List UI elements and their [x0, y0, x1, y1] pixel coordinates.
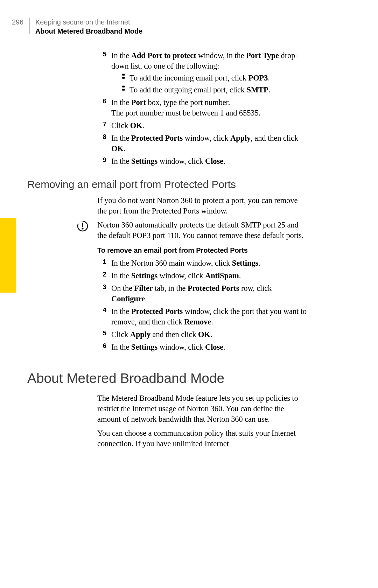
metered-para-1: The Metered Broadband Mode feature lets … — [97, 393, 308, 425]
yellow-page-tab — [0, 218, 16, 293]
step-number: 6 — [97, 342, 111, 352]
square-bullet-icon — [122, 73, 130, 83]
square-bullet-icon — [122, 85, 130, 95]
svg-point-2 — [82, 228, 84, 230]
removing-intro: If you do not want Norton 360 to protect… — [97, 195, 308, 216]
page-header: 296 Keeping secure on the Internet About… — [12, 18, 308, 36]
step-number: 5 — [97, 329, 111, 340]
step-number: 2 — [97, 271, 111, 281]
step-8: In the Protected Ports window, click App… — [111, 133, 308, 154]
remove-step-5: Click Apply and then click OK. — [111, 329, 212, 340]
header-titles: Keeping secure on the Internet About Met… — [35, 18, 142, 36]
step-number: 1 — [97, 258, 111, 268]
step-5: In the Add Port to protect window, in th… — [111, 50, 308, 95]
continue-steps: 5 In the Add Port to protect window, in … — [97, 50, 308, 167]
header-divider — [29, 18, 30, 34]
metered-para-2: You can choose a communication policy th… — [97, 428, 308, 449]
remove-step-4: In the Protected Ports window, click the… — [111, 306, 308, 327]
heading-metered-broadband: About Metered Broadband Mode — [27, 371, 308, 386]
heading-remove-procedure: To remove an email port from Protected P… — [97, 246, 308, 254]
step-number: 5 — [97, 50, 111, 95]
header-section: About Metered Broadband Mode — [35, 27, 142, 35]
info-icon — [76, 220, 89, 232]
header-chapter: Keeping secure on the Internet — [35, 18, 130, 26]
step-number: 3 — [97, 283, 111, 304]
svg-rect-1 — [82, 223, 83, 227]
step-7: Click OK. — [111, 120, 144, 131]
remove-step-2: In the Settings window, click AntiSpam. — [111, 271, 241, 281]
step-number: 9 — [97, 156, 111, 167]
remove-step-1: In the Norton 360 main window, click Set… — [111, 258, 260, 268]
page-number: 296 — [12, 18, 23, 27]
step-number: 8 — [97, 133, 111, 154]
step-number: 6 — [97, 97, 111, 118]
step-6: In the Port box, type the port number. T… — [111, 97, 260, 118]
remove-steps: 1 In the Norton 360 main window, click S… — [97, 258, 308, 352]
remove-step-6: In the Settings window, click Close. — [111, 342, 225, 352]
step-number: 4 — [97, 306, 111, 327]
page-content: 5 In the Add Port to protect window, in … — [27, 48, 308, 453]
remove-step-3: On the Filter tab, in the Protected Port… — [111, 283, 308, 304]
step-number: 7 — [97, 120, 111, 131]
heading-removing-port: Removing an email port from Protected Po… — [27, 178, 308, 190]
info-note: Norton 360 automatically protects the de… — [97, 220, 308, 241]
step-9: In the Settings window, click Close. — [111, 156, 225, 167]
